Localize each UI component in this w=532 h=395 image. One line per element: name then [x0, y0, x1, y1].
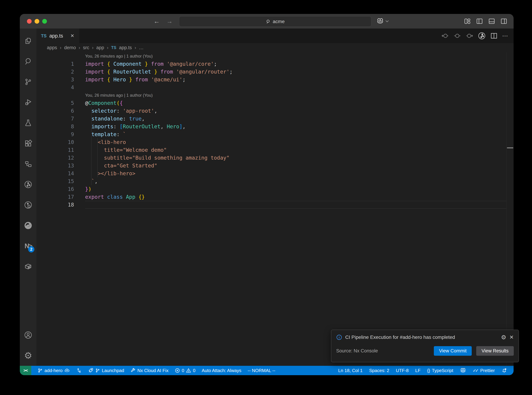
line-number: 13	[37, 162, 74, 170]
history-forward-icon[interactable]: →	[167, 17, 173, 25]
indentation-status[interactable]: Spaces: 2	[369, 368, 389, 373]
encoding-label: UTF-8	[396, 368, 409, 373]
sidebar-item-search[interactable]	[20, 51, 37, 72]
code-line[interactable]: 1import { Component } from '@angular/cor…	[37, 60, 507, 68]
view-results-button[interactable]: View Results	[476, 346, 514, 356]
code-line[interactable]: 13 cta="Get Started"	[37, 162, 507, 170]
breadcrumb-item[interactable]: src	[83, 45, 89, 50]
code-line[interactable]: 3import { Hero } from '@acme/ui';	[37, 76, 507, 83]
sidebar-item-source-control[interactable]	[20, 72, 37, 92]
code-line[interactable]: 9 template: `	[37, 130, 507, 138]
toggle-primary-sidebar-icon[interactable]	[476, 18, 483, 25]
code-lens-text[interactable]: You, 26 minutes ago | 1 author (You)	[85, 91, 153, 99]
branch-name: add-hero	[44, 368, 63, 373]
toggle-secondary-sidebar-icon[interactable]	[500, 18, 507, 25]
notifications-status[interactable]	[501, 368, 507, 373]
flow-icon	[24, 160, 32, 168]
code-lens-row[interactable]: You, 26 minutes ago | 1 author (You)	[37, 52, 507, 60]
sidebar-item-nx-console[interactable]: N> 2	[20, 236, 37, 256]
prettier-status[interactable]: ✓✓ Prettier	[473, 368, 495, 373]
line-number: 14	[37, 170, 74, 177]
code-line[interactable]: 18	[37, 201, 507, 209]
sidebar-item-settings[interactable]: ⚙	[20, 345, 37, 366]
code-line[interactable]: 2import { RouterOutlet } from '@angular/…	[37, 68, 507, 76]
view-commit-button[interactable]: View Commit	[434, 346, 472, 356]
language-status[interactable]: {} TypeScript	[427, 368, 453, 373]
code-editor[interactable]: You, 26 minutes ago | 1 author (You)1imp…	[37, 52, 514, 366]
encoding-status[interactable]: UTF-8	[396, 368, 409, 373]
close-window-button[interactable]	[27, 19, 32, 24]
code-line[interactable]: 7 standalone: true,	[37, 115, 507, 123]
warning-icon	[186, 368, 191, 373]
copilot-icon	[376, 18, 384, 25]
launchpad-status[interactable]: Launchpad	[88, 368, 124, 373]
code-line[interactable]: 15 `,	[37, 177, 507, 185]
code-line[interactable]: 16})	[37, 185, 507, 193]
sidebar-item-edge-tools[interactable]	[20, 215, 37, 236]
sidebar-item-commit-graph[interactable]	[20, 174, 37, 195]
nav-current-icon[interactable]	[453, 32, 461, 39]
sidebar-item-graph-search[interactable]	[20, 195, 37, 215]
auto-attach-status[interactable]: Auto Attach: Always	[202, 368, 241, 373]
breadcrumb[interactable]: apps›demo›src›app›TSapp.ts›…	[37, 43, 514, 52]
sidebar-item-testing[interactable]	[20, 113, 37, 133]
customize-layout-icon[interactable]	[464, 18, 471, 25]
toggle-panel-icon[interactable]	[488, 18, 495, 25]
code-line[interactable]: 11 title="Welcmoe demo"	[37, 146, 507, 154]
tab-app-ts[interactable]: TS app.ts ✕	[37, 28, 79, 43]
line-number: 5	[37, 99, 74, 107]
eol-label: LF	[415, 368, 420, 373]
breadcrumb-item[interactable]: apps	[47, 45, 57, 50]
vim-mode-status[interactable]: -- NORMAL --	[247, 368, 275, 373]
source-graph-icon[interactable]	[478, 32, 486, 40]
git-branch-status[interactable]: add-hero	[38, 368, 70, 373]
code-line[interactable]: 17export class App {}	[37, 193, 507, 201]
notification-title: CI Pipeline Execution for #add-hero has …	[345, 335, 498, 340]
circled-graph-search-icon	[24, 201, 32, 209]
code-text	[85, 201, 507, 209]
sidebar-item-containers[interactable]	[20, 256, 37, 277]
eol-status[interactable]: LF	[415, 368, 420, 373]
code-line[interactable]: 8 imports: [RouterOutlet, Hero],	[37, 123, 507, 130]
command-center-search[interactable]: acme	[179, 16, 371, 27]
zoom-window-button[interactable]	[42, 19, 47, 24]
cursor-position-status[interactable]: Ln 18, Col 1	[338, 368, 363, 373]
line-number: 17	[37, 193, 74, 201]
code-line[interactable]: 6 selector: 'app-root',	[37, 107, 507, 115]
remote-indicator[interactable]: ><	[20, 366, 31, 375]
sidebar-item-explorer[interactable]	[20, 31, 37, 51]
problems-status[interactable]: 0 0	[175, 368, 195, 373]
code-line[interactable]: 5@Component({	[37, 99, 507, 107]
search-icon	[266, 19, 271, 24]
code-line[interactable]: 10 <lib-hero	[37, 138, 507, 146]
more-actions-icon[interactable]: ⋯	[502, 32, 508, 39]
breadcrumb-item[interactable]: app	[96, 45, 104, 50]
gitlens-compare-status[interactable]	[76, 368, 82, 373]
nx-cloud-status[interactable]: Nx Cloud AI Fix	[130, 368, 168, 373]
notification-close-icon[interactable]: ✕	[509, 334, 514, 340]
scrollbar-track[interactable]	[506, 52, 514, 366]
package-icon	[24, 262, 32, 271]
code-lens-text[interactable]: You, 26 minutes ago | 1 author (You)	[85, 52, 153, 60]
nav-forward-icon[interactable]	[466, 32, 473, 39]
minimize-window-button[interactable]	[35, 19, 39, 24]
code-line[interactable]: 4	[37, 83, 507, 91]
sidebar-item-project-graph[interactable]	[20, 154, 37, 174]
copilot-status[interactable]	[460, 368, 466, 373]
copilot-menu[interactable]	[376, 14, 389, 28]
history-back-icon[interactable]: ←	[154, 17, 160, 25]
sidebar-item-accounts[interactable]	[20, 325, 37, 345]
tab-close-icon[interactable]: ✕	[70, 33, 74, 38]
notification-settings-icon[interactable]: ⚙	[501, 334, 506, 340]
sidebar-item-extensions[interactable]	[20, 133, 37, 154]
nav-back-icon[interactable]	[441, 32, 449, 39]
sidebar-item-run-debug[interactable]	[20, 92, 37, 113]
breadcrumb-item[interactable]: app.ts	[119, 45, 132, 50]
split-editor-icon[interactable]	[490, 32, 498, 39]
breadcrumb-item[interactable]: …	[139, 45, 144, 50]
breadcrumb-item[interactable]: demo	[64, 45, 76, 50]
code-line[interactable]: 12 subtitle="Build something amazing tod…	[37, 154, 507, 162]
code-lens-row[interactable]: You, 26 minutes ago | 1 author (You)	[37, 91, 507, 99]
git-branch-icon	[24, 78, 32, 86]
code-line[interactable]: 14 ></lib-hero>	[37, 170, 507, 177]
